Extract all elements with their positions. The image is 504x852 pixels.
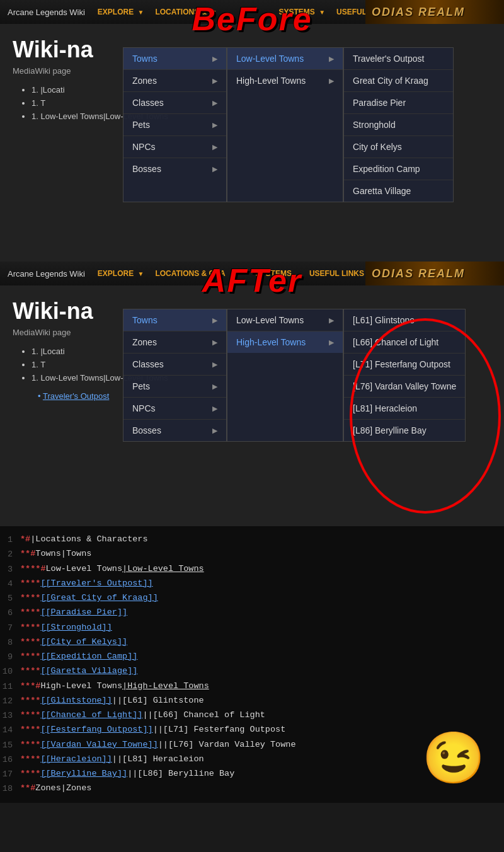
chevron-icon: ▶ xyxy=(329,338,334,347)
line-number: 3 xyxy=(0,563,20,576)
code-line-13: 13 ****[[Chancel of Light]]||[L66] Chanc… xyxy=(0,708,504,723)
line-number: 13 xyxy=(0,709,20,722)
menu-item-chancel[interactable]: [L66] Chancel of Light xyxy=(344,331,465,354)
chevron-icon: ▶ xyxy=(212,338,217,347)
chevron-icon: ▶ xyxy=(329,316,334,325)
chevron-icon: ▶ xyxy=(212,316,217,325)
line-number: 4 xyxy=(0,577,20,590)
line-number: 12 xyxy=(0,694,20,708)
line-number: 11 xyxy=(0,680,20,693)
menu-item-festerfang[interactable]: [L71] Festerfang Outpost xyxy=(344,354,465,376)
line-number: 10 xyxy=(0,665,20,678)
banner-area-after: ODIAS REALM xyxy=(365,262,504,285)
menu-item-zones[interactable]: Zones ▶ xyxy=(123,70,226,92)
menu-item-npcs-after[interactable]: NPCs ▶ xyxy=(123,398,226,420)
chevron-icon: ▶ xyxy=(212,360,217,369)
line-number: 14 xyxy=(0,723,20,737)
traveler-link[interactable]: Traveler's Outpost xyxy=(43,391,109,401)
menu-item-great-city[interactable]: Great City of Kraag xyxy=(344,70,453,92)
chevron-icon: ▶ xyxy=(212,165,217,173)
line-number: 18 xyxy=(0,782,20,795)
menu-item-classes[interactable]: Classes ▶ xyxy=(123,92,226,114)
nav-useful-links-after[interactable]: USEFUL LINKS ▼ xyxy=(309,269,374,278)
code-line-10: 10 ****[[Garetta Village]] xyxy=(0,664,504,679)
line-number: 15 xyxy=(0,739,20,752)
dropdown-col1-after: Towns ▶ Zones ▶ Classes ▶ Pets ▶ NPCs ▶ … xyxy=(123,309,227,442)
menu-item-low-level-after[interactable]: Low-Level Towns ▶ xyxy=(227,309,343,331)
chevron-icon: ▶ xyxy=(212,143,217,151)
chevron-icon: ▶ xyxy=(329,77,334,85)
menu-item-expedition-camp[interactable]: Expedition Camp xyxy=(344,158,453,180)
wink-emoji: 😉 xyxy=(422,728,485,790)
dropdown-col2-after: Low-Level Towns ▶ High-Level Towns ▶ xyxy=(227,309,343,442)
menu-item-pets-after[interactable]: Pets ▶ xyxy=(123,376,226,398)
line-number: 9 xyxy=(0,650,20,664)
chevron-icon: ▶ xyxy=(212,405,217,413)
code-line-4: 4 ****[[Traveler's Outpost]] xyxy=(0,577,504,591)
code-line-11: 11 ***#High-Level Towns|High-Level Towns xyxy=(0,679,504,694)
code-section: 1 *#|Locations & Characters 2 **#Towns|T… xyxy=(0,526,504,803)
line-number: 6 xyxy=(0,606,20,619)
menu-item-npcs[interactable]: NPCs ▶ xyxy=(123,136,226,158)
nav-explore-after[interactable]: EXPLORE ▼ xyxy=(98,269,144,278)
menu-item-classes-after[interactable]: Classes ▶ xyxy=(123,354,226,376)
wiki-title-after: Arcane Legends Wiki xyxy=(8,269,85,279)
menu-item-pets[interactable]: Pets ▶ xyxy=(123,114,226,136)
code-line-12: 12 ****[[Glintstone]]||[L61] Glintstone xyxy=(0,694,504,708)
chevron-icon: ▶ xyxy=(212,77,217,85)
menu-item-travelers-outpost[interactable]: Traveler's Outpost xyxy=(344,48,453,70)
code-line-3: 3 ****#Low-Level Towns|Low-Level Towns xyxy=(0,562,504,577)
dropdown-col3-after: [L61] Glintstone [L66] Chancel of Light … xyxy=(343,309,466,442)
chevron-icon: ▶ xyxy=(212,55,217,63)
chevron-icon: ▶ xyxy=(212,121,217,129)
menu-item-garetta-village[interactable]: Garetta Village xyxy=(344,180,453,202)
after-section: Arcane Legends Wiki EXPLORE ▼ LOCATIONS … xyxy=(0,262,504,526)
dropdown-before: Towns ▶ Zones ▶ Classes ▶ Pets ▶ NPCs ▶ … xyxy=(123,47,454,202)
chevron-icon: ▶ xyxy=(212,427,217,435)
line-number: 7 xyxy=(0,621,20,635)
banner-text-after: ODIAS REALM xyxy=(365,267,465,280)
after-label: AFTer xyxy=(202,262,302,299)
code-line-9: 9 ****[[Expedition Camp]] xyxy=(0,650,504,664)
dropdown-after: Towns ▶ Zones ▶ Classes ▶ Pets ▶ NPCs ▶ … xyxy=(123,309,466,442)
menu-item-heracleion[interactable]: [L81] Heracleion xyxy=(344,398,465,420)
line-number: 8 xyxy=(0,636,20,649)
menu-item-city-of-kelys[interactable]: City of Kelys xyxy=(344,136,453,158)
dropdown-col2-before: Low-Level Towns ▶ High-Level Towns ▶ xyxy=(227,47,343,202)
line-number: 1 xyxy=(0,533,20,546)
menu-item-high-level-towns[interactable]: High-Level Towns ▶ xyxy=(227,70,343,91)
menu-item-zones-after[interactable]: Zones ▶ xyxy=(123,331,226,354)
menu-item-bosses-after[interactable]: Bosses ▶ xyxy=(123,420,226,441)
code-line-8: 8 ****[[City of Kelys]] xyxy=(0,635,504,650)
chevron-icon: ▶ xyxy=(212,99,217,107)
menu-item-high-level-after[interactable]: High-Level Towns ▶ xyxy=(227,331,343,353)
line-number: 17 xyxy=(0,768,20,781)
before-section: Arcane Legends Wiki EXPLORE ▼ LOCATIONS … xyxy=(0,0,504,262)
menu-item-towns[interactable]: Towns ▶ xyxy=(123,48,226,70)
banner-area: ODIAS REALM xyxy=(365,0,504,24)
dropdown-col1-before: Towns ▶ Zones ▶ Classes ▶ Pets ▶ NPCs ▶ … xyxy=(123,47,227,202)
menu-item-bosses[interactable]: Bosses ▶ xyxy=(123,158,226,180)
code-line-5: 5 ****[[Great City of Kraag]] xyxy=(0,591,504,606)
before-label: BeFore xyxy=(192,0,312,38)
code-line-6: 6 ****[[Paradise Pier]] xyxy=(0,606,504,620)
menu-item-paradise-pier[interactable]: Paradise Pier xyxy=(344,92,453,114)
dropdown-col3-before: Traveler's Outpost Great City of Kraag P… xyxy=(343,47,454,202)
menu-item-towns-after[interactable]: Towns ▶ xyxy=(123,309,226,331)
chevron-icon: ▶ xyxy=(329,55,334,63)
line-number: 2 xyxy=(0,548,20,561)
line-number: 5 xyxy=(0,592,20,605)
menu-item-low-level-towns[interactable]: Low-Level Towns ▶ xyxy=(227,48,343,70)
code-line-7: 7 ****[[Stronghold]] xyxy=(0,621,504,635)
wiki-title-before: Arcane Legends Wiki xyxy=(8,8,85,17)
menu-item-stronghold[interactable]: Stronghold xyxy=(344,114,453,136)
menu-item-vardan[interactable]: [L76] Vardan Valley Towne xyxy=(344,376,465,398)
code-line-2: 2 **#Towns|Towns xyxy=(0,547,504,561)
menu-item-berylline[interactable]: [L86] Berylline Bay xyxy=(344,420,465,441)
nav-explore[interactable]: EXPLORE ▼ xyxy=(98,8,144,16)
banner-text: ODIAS REALM xyxy=(365,6,465,18)
menu-item-glintstone[interactable]: [L61] Glintstone xyxy=(344,309,465,331)
code-line-1: 1 *#|Locations & Characters xyxy=(0,532,504,547)
chevron-icon: ▶ xyxy=(212,383,217,391)
line-number: 16 xyxy=(0,753,20,766)
